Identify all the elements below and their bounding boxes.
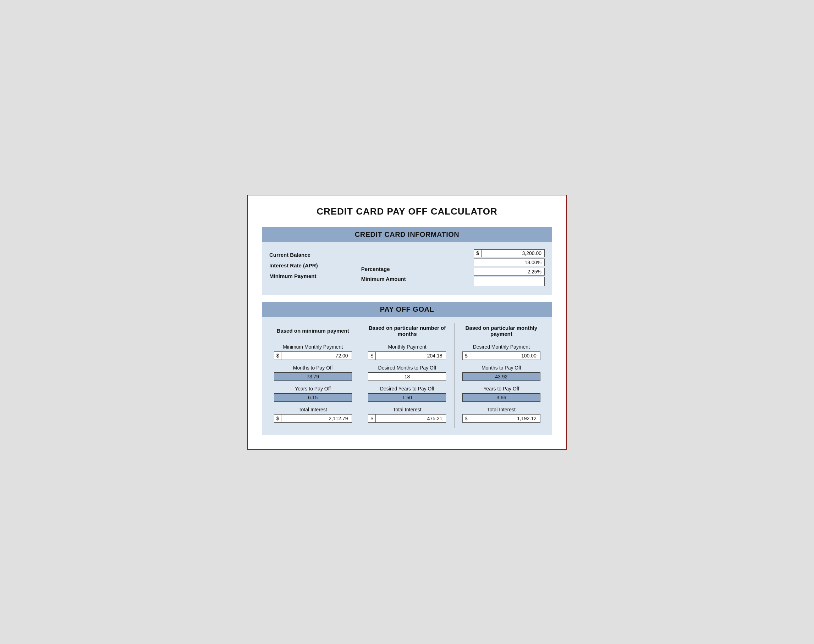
- col3-months-result: 43.92: [462, 373, 541, 381]
- col2-field4-label: Total Interest: [393, 407, 421, 412]
- col1-dollar-1: $: [274, 352, 282, 360]
- cc-info-header: CREDIT CARD INFORMATION: [262, 227, 552, 242]
- col1-field3-label: Years to Pay Off: [295, 386, 331, 391]
- col1-title: Based on minimum payment: [277, 323, 349, 339]
- col1-dollar-4: $: [274, 414, 282, 422]
- payoff-col-3: Based on particular monthly payment Desi…: [454, 323, 548, 428]
- col1-field2-label: Months to Pay Off: [293, 365, 333, 371]
- min-payment-pct-value: 2.25%: [474, 268, 544, 275]
- col2-field3-label: Desired Years to Pay Off: [380, 386, 434, 391]
- col3-dollar-4: $: [463, 414, 470, 422]
- col3-dollar-1: $: [463, 352, 470, 360]
- col2-interest-input: $ 475.21: [368, 414, 446, 423]
- col2-years-result: 1.50: [368, 393, 446, 402]
- calculator-container: CREDIT CARD PAY OFF CALCULATOR CREDIT CA…: [247, 195, 567, 450]
- col1-interest-value: 2,112.79: [281, 414, 351, 422]
- col2-dollar-1: $: [368, 352, 376, 360]
- payoff-header: PAY OFF GOAL: [262, 302, 552, 317]
- cc-labels: Current Balance Interest Rate (APR) Mini…: [269, 249, 361, 281]
- col2-monthly-payment-value: 204.18: [376, 352, 446, 360]
- col2-interest-value: 475.21: [376, 414, 446, 422]
- col3-years-result: 3.66: [462, 393, 541, 402]
- col3-interest-value: 1,192.12: [470, 414, 540, 422]
- min-payment-amount-input[interactable]: [474, 277, 545, 286]
- col1-field4-label: Total Interest: [299, 407, 327, 412]
- col3-field1-label: Desired Monthly Payment: [473, 344, 530, 350]
- main-title: CREDIT CARD PAY OFF CALCULATOR: [262, 206, 552, 217]
- interest-rate-value: 18.00%: [474, 259, 544, 266]
- current-balance-label: Current Balance: [269, 251, 361, 259]
- payoff-cols: Based on minimum payment Minimum Monthly…: [262, 317, 552, 435]
- minimum-amount-label: Minimum Amount: [361, 275, 453, 283]
- col3-field4-label: Total Interest: [487, 407, 516, 412]
- col1-monthly-payment-input[interactable]: $ 72.00: [274, 351, 352, 360]
- payoff-section: Based on minimum payment Minimum Monthly…: [262, 317, 552, 435]
- col3-interest-input: $ 1,192.12: [462, 414, 541, 423]
- minimum-payment-label: Minimum Payment: [269, 272, 361, 281]
- col2-monthly-payment-input: $ 204.18: [368, 351, 446, 360]
- col2-title: Based on particular number of months: [364, 323, 450, 339]
- dollar-sign-1: $: [474, 250, 482, 257]
- col1-monthly-payment-value: 72.00: [281, 352, 351, 360]
- col2-field1-label: Monthly Payment: [388, 344, 426, 350]
- col1-months-result: 73.79: [274, 373, 352, 381]
- cc-inputs: $ 3,200.00 18.00% 2.25%: [453, 249, 545, 286]
- col3-monthly-payment-value: 100.00: [470, 352, 540, 360]
- current-balance-value: 3,200.00: [482, 250, 544, 257]
- min-payment-pct-input[interactable]: 2.25%: [474, 268, 545, 276]
- col2-dollar-4: $: [368, 414, 376, 422]
- interest-rate-label: Interest Rate (APR): [269, 261, 361, 270]
- col2-months-result[interactable]: 18: [368, 373, 446, 381]
- col2-field2-label: Desired Months to Pay Off: [378, 365, 436, 371]
- cc-info-grid: Current Balance Interest Rate (APR) Mini…: [269, 249, 545, 286]
- percentage-label: Percentage: [361, 265, 453, 273]
- col1-years-result: 6.15: [274, 393, 352, 402]
- col3-field2-label: Months to Pay Off: [482, 365, 521, 371]
- payoff-col-1: Based on minimum payment Minimum Monthly…: [266, 323, 360, 428]
- cc-info-section: Current Balance Interest Rate (APR) Mini…: [262, 242, 552, 295]
- col3-field3-label: Years to Pay Off: [483, 386, 519, 391]
- col1-interest-input: $ 2,112.79: [274, 414, 352, 423]
- col3-title: Based on particular monthly payment: [459, 323, 544, 339]
- payoff-col-2: Based on particular number of months Mon…: [360, 323, 454, 428]
- col3-monthly-payment-input[interactable]: $ 100.00: [462, 351, 541, 360]
- cc-sublabels: Percentage Minimum Amount: [361, 249, 453, 283]
- interest-rate-input[interactable]: 18.00%: [474, 259, 545, 266]
- current-balance-input[interactable]: $ 3,200.00: [474, 249, 545, 257]
- col1-field1-label: Minimum Monthly Payment: [283, 344, 343, 350]
